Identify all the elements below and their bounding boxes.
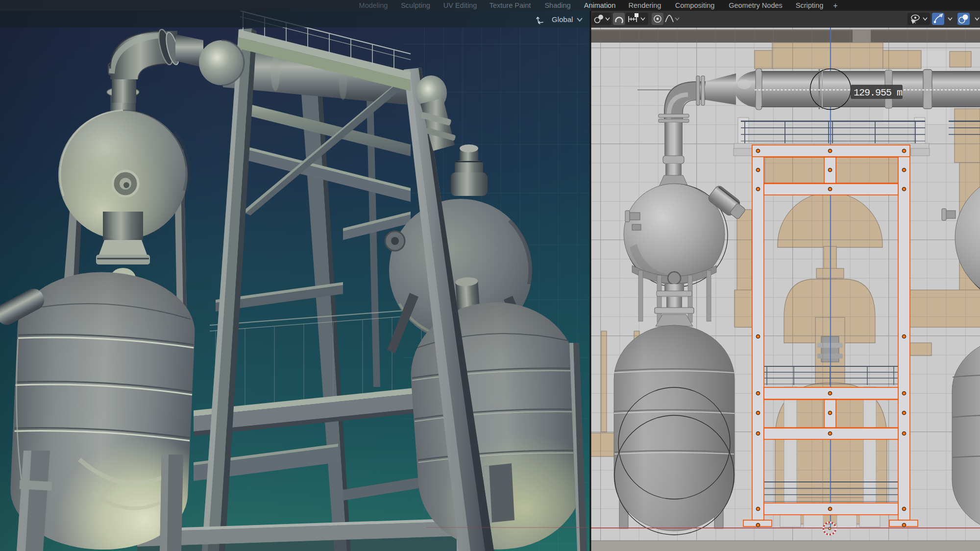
svg-text:Geometry Nodes: Geometry Nodes <box>729 1 783 9</box>
svg-text:Shading: Shading <box>544 1 570 9</box>
svg-text:Animation: Animation <box>584 1 615 9</box>
svg-text:129.955 m: 129.955 m <box>854 87 902 98</box>
svg-text:Texture Paint: Texture Paint <box>490 1 531 9</box>
svg-text:Rendering: Rendering <box>629 1 662 9</box>
svg-text:Modeling: Modeling <box>359 1 388 9</box>
svg-text:UV Editing: UV Editing <box>443 1 477 9</box>
svg-text:Scripting: Scripting <box>796 1 823 9</box>
svg-text:Compositing: Compositing <box>675 1 715 9</box>
svg-text:Global: Global <box>552 15 573 24</box>
svg-text:Sculpting: Sculpting <box>401 1 430 9</box>
svg-text:+: + <box>833 1 837 10</box>
